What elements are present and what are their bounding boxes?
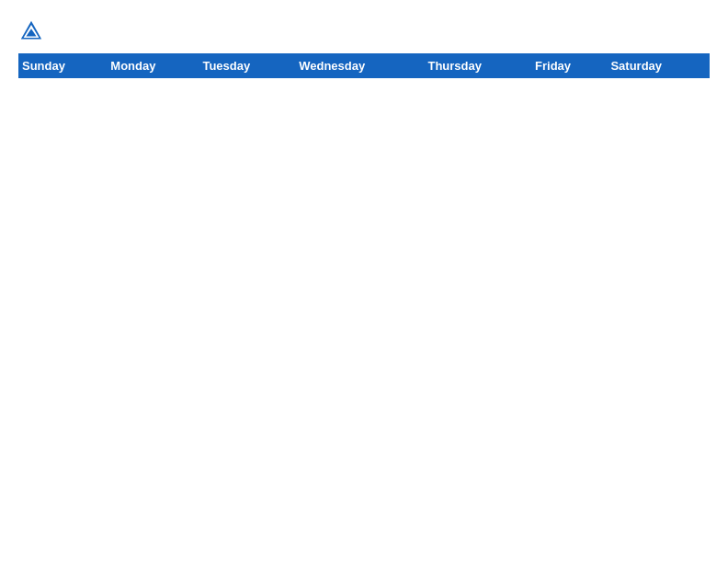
weekday-header-tuesday: Tuesday [199, 53, 295, 78]
weekday-header-saturday: Saturday [607, 53, 710, 78]
weekday-header-wednesday: Wednesday [295, 53, 424, 78]
weekday-header-thursday: Thursday [424, 53, 531, 78]
weekday-header-monday: Monday [107, 53, 199, 78]
weekday-header-friday: Friday [531, 53, 607, 78]
calendar-table: SundayMondayTuesdayWednesdayThursdayFrid… [18, 53, 710, 78]
logo [18, 18, 48, 44]
page-header [18, 18, 710, 44]
weekday-header-row: SundayMondayTuesdayWednesdayThursdayFrid… [18, 53, 710, 78]
logo-icon [18, 18, 44, 44]
weekday-header-sunday: Sunday [18, 53, 107, 78]
